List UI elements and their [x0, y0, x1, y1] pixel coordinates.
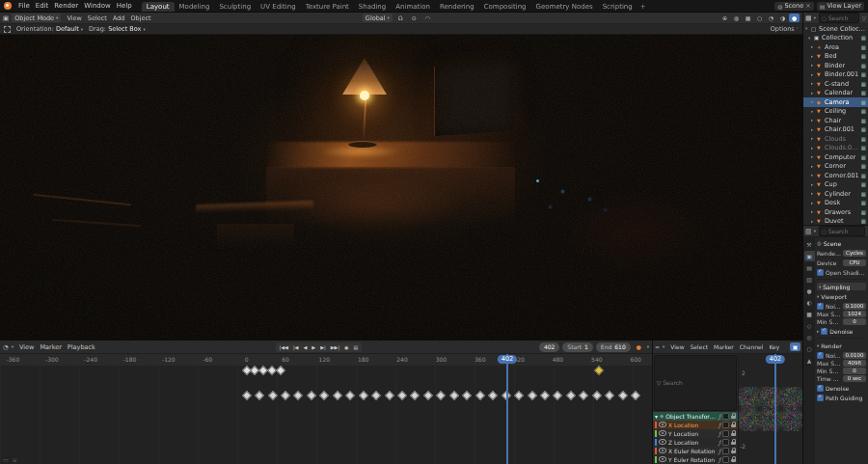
- expand-icon[interactable]: ▾: [655, 413, 658, 420]
- play-button[interactable]: ▶: [310, 344, 317, 350]
- outliner-item-chair[interactable]: ▸▼Chair▦: [803, 116, 868, 125]
- channel-keyframe[interactable]: [242, 391, 252, 400]
- visibility-toggle-icon[interactable]: ▦: [861, 118, 866, 123]
- timeline-playhead[interactable]: [506, 354, 508, 464]
- render-denoise-row[interactable]: Denoise: [817, 384, 866, 392]
- visibility-toggle-icon[interactable]: ▦: [861, 209, 866, 215]
- fcurve-modifier-icon[interactable]: ƒ: [719, 456, 720, 463]
- shading-rendered-icon[interactable]: ●: [789, 14, 800, 22]
- lock-icon[interactable]: [731, 416, 736, 419]
- fcurve-modifier-icon[interactable]: ƒ: [719, 448, 720, 454]
- properties-tab-modifiers[interactable]: ◇: [804, 320, 815, 331]
- properties-editor-icon[interactable]: ▥: [805, 228, 812, 235]
- visibility-toggle-icon[interactable]: ▦: [861, 81, 866, 87]
- channel-keyframe[interactable]: [371, 391, 381, 400]
- visibility-toggle-icon[interactable]: ▦: [861, 200, 866, 205]
- channel-keyframe[interactable]: [359, 391, 368, 400]
- outliner-item-area[interactable]: ▸☀Area▦: [803, 42, 868, 52]
- properties-tab-data[interactable]: ▲: [804, 355, 815, 366]
- transform-orientation-dropdown[interactable]: Global▾: [363, 14, 393, 22]
- shading-wireframe-icon[interactable]: ○: [754, 14, 765, 22]
- visibility-toggle-icon[interactable]: ▦: [861, 218, 866, 224]
- visibility-toggle-icon[interactable]: ▦: [861, 90, 866, 96]
- curve-plot-area[interactable]: 2 -2 402: [739, 354, 802, 464]
- channel-keyframe[interactable]: [566, 391, 576, 400]
- current-frame-field[interactable]: 402: [539, 342, 559, 352]
- timeline-editor-icon[interactable]: ◔: [3, 343, 9, 351]
- channel-y-location[interactable]: Y Locationƒ: [653, 429, 738, 438]
- visibility-eye-icon[interactable]: [659, 439, 666, 445]
- expand-icon[interactable]: ▸: [811, 44, 815, 49]
- viewport-menu-add[interactable]: Add: [110, 14, 128, 22]
- marker-keyframe[interactable]: [594, 366, 604, 375]
- channel-enable-checkbox[interactable]: [722, 413, 729, 420]
- channel-enable-checkbox[interactable]: [722, 430, 729, 437]
- channel-x-location[interactable]: X Locationƒ: [653, 421, 738, 429]
- lock-icon[interactable]: [731, 433, 736, 436]
- shading-solid-icon[interactable]: ◔: [766, 14, 776, 22]
- fcurve-modifier-icon[interactable]: ƒ: [719, 413, 720, 420]
- render-engine-dropdown[interactable]: Cycles: [843, 250, 866, 257]
- osl-checkbox[interactable]: [817, 269, 824, 276]
- expand-icon[interactable]: ▸: [811, 72, 815, 77]
- auto-keying-button[interactable]: ◉: [342, 344, 350, 350]
- channel-keyframe[interactable]: [462, 391, 472, 400]
- visibility-toggle-icon[interactable]: ▦: [861, 71, 866, 77]
- orientation-value[interactable]: Default: [56, 25, 79, 33]
- scene-unlink-icon[interactable]: ×: [805, 2, 810, 10]
- visibility-toggle-icon[interactable]: ▦: [861, 53, 866, 59]
- expand-icon[interactable]: ▸: [811, 219, 815, 224]
- properties-tab-output[interactable]: ▤: [804, 262, 815, 273]
- properties-tab-scene[interactable]: ●: [804, 286, 815, 296]
- topbar-menu-file[interactable]: File: [15, 2, 33, 10]
- visibility-eye-icon[interactable]: [659, 448, 666, 453]
- timeline-stage[interactable]: -360-300-240-180-120-6006012018024030036…: [0, 354, 652, 464]
- scene-selector[interactable]: ◍ Scene ×: [774, 2, 814, 11]
- channel-keyframe[interactable]: [631, 391, 640, 400]
- next-keyframe-button[interactable]: ▶|: [318, 344, 328, 350]
- channel-keyframe[interactable]: [488, 391, 498, 400]
- channel-object-transforms[interactable]: ▾◆Object Transformsƒ: [653, 412, 738, 421]
- visibility-toggle-icon[interactable]: ▦: [861, 154, 866, 160]
- channel-keyframe[interactable]: [255, 391, 264, 400]
- path-guiding-checkbox[interactable]: [817, 395, 824, 401]
- render-denoise-checkbox[interactable]: [817, 385, 824, 392]
- expand-icon[interactable]: ▾: [808, 36, 812, 41]
- 3d-viewport-canvas[interactable]: [0, 35, 802, 340]
- field-value[interactable]: 4096: [843, 360, 866, 367]
- workspace-tab-geometry-nodes[interactable]: Geometry Nodes: [531, 2, 598, 12]
- outliner-item-corner[interactable]: ▸▼Corner▦: [803, 162, 868, 172]
- drag-value[interactable]: Select Box: [108, 25, 141, 33]
- add-workspace-button[interactable]: +: [637, 2, 649, 12]
- render-sampling-checkbox[interactable]: [817, 352, 824, 359]
- workspace-tab-rendering[interactable]: Rendering: [435, 2, 479, 12]
- channel-keyframe[interactable]: [592, 391, 602, 400]
- editor-type-icon[interactable]: ▣: [3, 14, 9, 22]
- properties-tab-world[interactable]: ◐: [804, 297, 815, 308]
- channel-keyframe[interactable]: [540, 391, 550, 400]
- channel-keyframe[interactable]: [514, 391, 524, 400]
- visibility-toggle-icon[interactable]: ▦: [861, 99, 866, 105]
- expand-icon[interactable]: ▸: [811, 136, 815, 141]
- channel-keyframe[interactable]: [281, 391, 290, 400]
- outliner-item-camera[interactable]: ▸◆Camera▦: [803, 97, 868, 107]
- topbar-menu-help[interactable]: Help: [114, 2, 135, 10]
- channel-keyframe[interactable]: [618, 391, 628, 400]
- path-guiding-row[interactable]: Path Guiding: [817, 394, 866, 401]
- proportional-edit-icon[interactable]: ⊙: [409, 14, 420, 22]
- expand-icon[interactable]: ▸: [811, 81, 815, 86]
- channel-keyframe[interactable]: [449, 391, 459, 400]
- outliner-item-bed[interactable]: ▸▼Bed▦: [803, 52, 868, 62]
- normalize-toggle-icon[interactable]: ▣: [790, 342, 800, 351]
- expand-icon[interactable]: ▸: [811, 63, 815, 68]
- gizmo-toggle-icon[interactable]: ⊕: [719, 14, 730, 22]
- sampling-section-header[interactable]: ▾Sampling: [817, 283, 866, 290]
- prev-keyframe-button[interactable]: |◀: [291, 344, 301, 350]
- channel-enable-checkbox[interactable]: [722, 439, 729, 446]
- visibility-eye-icon[interactable]: [659, 456, 666, 462]
- channel-keyframe[interactable]: [319, 391, 329, 400]
- channel-keyframe[interactable]: [554, 391, 563, 400]
- viewport-menu-object[interactable]: Object: [127, 14, 153, 22]
- channel-keyframe[interactable]: [307, 391, 316, 400]
- outliner-search[interactable]: ◌: [819, 13, 859, 23]
